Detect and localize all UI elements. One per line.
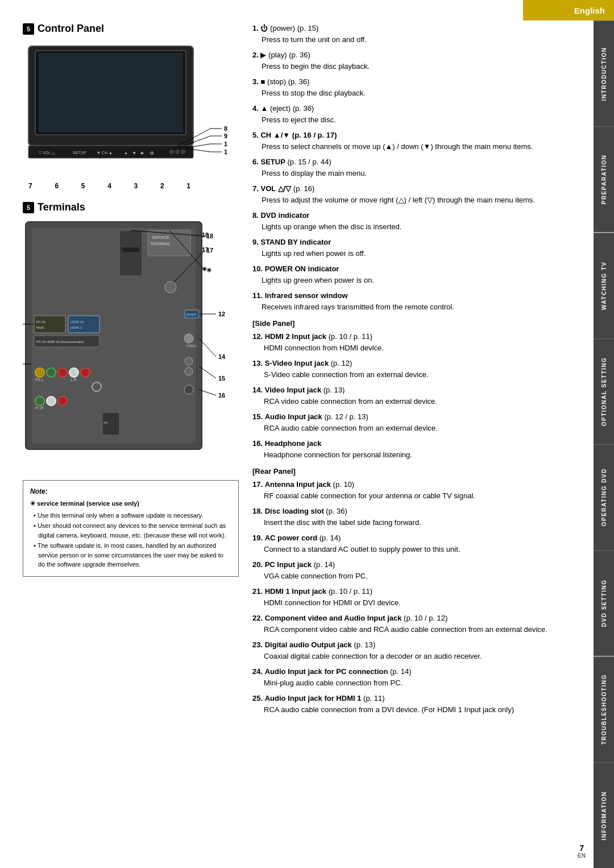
svg-text:8: 8 xyxy=(224,125,227,132)
svg-point-71 xyxy=(35,396,44,406)
svg-point-42 xyxy=(185,367,193,375)
language-label: English xyxy=(574,6,605,15)
svg-text:VIDEO: VIDEO xyxy=(186,344,197,348)
note-title: Note: xyxy=(30,486,231,497)
svg-text:Pr  R: Pr R xyxy=(35,406,43,410)
item-13: 13. S-Video Input jack (p. 12) S-Video c… xyxy=(252,358,582,380)
svg-text:L    R: L R xyxy=(70,378,77,382)
svg-point-75 xyxy=(92,382,101,391)
svg-text:10: 10 xyxy=(224,140,227,147)
side-panel-items-list: 12. HDMI 2 Input jack (p. 10 / p. 11) HD… xyxy=(252,331,582,460)
item-23: 23. Digital audio Output jack (p. 13) Co… xyxy=(252,639,582,662)
svg-point-13 xyxy=(181,150,185,154)
rear-panel-items-list: 17. Antenna Input jack (p. 10) RF coaxia… xyxy=(252,479,582,715)
note-bullet-3: • The software update is, in most cases,… xyxy=(30,541,231,569)
item-3: 3. ■ (stop) (p. 36) Press to stop the di… xyxy=(252,76,582,98)
label-4: 4 xyxy=(107,182,111,190)
svg-text:Pb  L: Pb L xyxy=(35,378,44,382)
svg-text:TERMINAL: TERMINAL xyxy=(150,242,171,246)
note-bullet-1: • Use this terminal only when a software… xyxy=(30,511,231,520)
svg-rect-59 xyxy=(68,316,99,333)
item-19: 19. AC power cord (p. 14) Connect to a s… xyxy=(252,532,582,555)
page-number: 7 xyxy=(579,844,584,853)
item-8: 8. DVD indicator Lights up orange when t… xyxy=(252,210,582,232)
svg-text:■: ■ xyxy=(133,151,135,155)
svg-point-73 xyxy=(58,396,67,406)
svg-text:✳: ✳ xyxy=(206,267,212,274)
svg-text:RGB: RGB xyxy=(36,326,44,329)
right-column: 1. ⏻ (power) (p. 15) Press to turn the u… xyxy=(252,23,582,720)
tv-diagram-svg: ▽ VOL △ SETUP ▼ CH ▲ ▲ ■ ▶ ⏻ 8 9 xyxy=(23,40,227,183)
svg-text:SERVICE: SERVICE xyxy=(152,235,169,239)
sidebar-tab-troubleshooting[interactable]: TROUBLESHOOTING xyxy=(594,656,614,762)
item-9: 9. STAND BY indicator Lights up red when… xyxy=(252,237,582,259)
svg-text:AC: AC xyxy=(103,421,109,424)
item-5: 5. CH ▲/▼ (p. 16 / p. 17) Press to selec… xyxy=(252,130,582,152)
sidebar-tab-dvd-setting[interactable]: DVD SETTING xyxy=(594,550,614,656)
control-panel-diagram: ▽ VOL △ SETUP ▼ CH ▲ ▲ ■ ▶ ⏻ 8 9 xyxy=(23,40,239,190)
callout-18: 18 xyxy=(202,232,209,238)
svg-point-68 xyxy=(69,368,78,377)
svg-text:PC IN   HDMI IN   Recommended: PC IN HDMI IN Recommended xyxy=(36,340,84,344)
svg-point-64 xyxy=(35,368,44,377)
svg-point-41 xyxy=(185,357,193,365)
label-5: 5 xyxy=(81,182,85,190)
terminals-title: Terminals xyxy=(23,201,239,213)
svg-point-72 xyxy=(47,396,56,406)
svg-text:▽ VOL △: ▽ VOL △ xyxy=(39,151,55,155)
item-4: 4. ▲ (eject) (p. 36) Press to eject the … xyxy=(252,103,582,125)
svg-point-65 xyxy=(47,368,56,377)
label-6: 6 xyxy=(55,182,59,190)
label-7: 7 xyxy=(28,182,32,190)
control-panel-title: Control Panel xyxy=(23,23,239,35)
page-suffix: EN xyxy=(578,853,586,859)
svg-point-66 xyxy=(58,368,67,377)
svg-rect-48 xyxy=(119,230,142,276)
svg-text:15: 15 xyxy=(218,375,225,382)
item-16: 16. Headphone jack Headphone connection … xyxy=(252,438,582,460)
svg-text:HDMI2: HDMI2 xyxy=(186,313,197,316)
right-sidebar: INTRODUCTION PREPARATION WATCHING TV OPT… xyxy=(594,20,614,868)
item-7: 7. VOL △/▽ (p. 16) Press to adjust the v… xyxy=(252,183,582,205)
page-number-area: 7 EN xyxy=(578,844,586,859)
sidebar-tab-optional-setting[interactable]: OPTIONAL SETTING xyxy=(594,338,614,444)
svg-rect-2 xyxy=(39,53,183,133)
svg-rect-55 xyxy=(34,316,65,333)
item-10: 10. POWER ON indicator Lights up green w… xyxy=(252,263,582,286)
sidebar-tab-introduction[interactable]: INTRODUCTION xyxy=(594,20,614,126)
sidebar-tab-watching-tv[interactable]: WATCHING TV xyxy=(594,233,614,338)
svg-point-11 xyxy=(170,150,173,154)
svg-text:SETUP: SETUP xyxy=(73,151,86,155)
label-1: 1 xyxy=(186,182,190,190)
callout-asterisk: ✳ xyxy=(202,266,207,273)
note-box: Note: ✳ service terminal (service use on… xyxy=(23,480,239,577)
svg-point-37 xyxy=(184,334,193,343)
sidebar-tab-information[interactable]: INFORMATION xyxy=(594,762,614,868)
label-2: 2 xyxy=(160,182,164,190)
rear-panel-title: [Rear Panel] xyxy=(252,467,582,476)
svg-text:11: 11 xyxy=(224,148,227,155)
sidebar-tab-operating-dvd[interactable]: OPERATING DVD xyxy=(594,444,614,550)
sidebar-tab-preparation[interactable]: PREPARATION xyxy=(594,126,614,232)
svg-text:⏻: ⏻ xyxy=(150,151,154,155)
item-15: 15. Audio Input jack (p. 12 / p. 13) RCA… xyxy=(252,411,582,433)
note-bullet-2: • User should not connect any devices to… xyxy=(30,521,231,540)
svg-point-12 xyxy=(176,150,179,154)
item-14: 14. Video Input jack (p. 13) RCA video c… xyxy=(252,385,582,407)
svg-text:9: 9 xyxy=(224,133,227,139)
item-12: 12. HDMI 2 Input jack (p. 10 / p. 11) HD… xyxy=(252,331,582,353)
svg-text:HDMI IN: HDMI IN xyxy=(70,320,84,324)
svg-rect-49 xyxy=(122,247,139,252)
svg-point-45 xyxy=(184,385,193,394)
item-6: 6. SETUP (p. 15 / p. 44) Press to displa… xyxy=(252,156,582,179)
terminals-svg: SERVICE TERMINAL ✳ HDMI2 12 VIDEO xyxy=(23,219,227,469)
svg-text:▼ CH ▲: ▼ CH ▲ xyxy=(97,151,113,155)
item-20: 20. PC Input jack (p. 14) VGA cable conn… xyxy=(252,559,582,581)
item-11: 11. Infrared sensor window Receives infr… xyxy=(252,290,582,312)
side-panel-title: [Side Panel] xyxy=(252,319,582,328)
svg-text:14: 14 xyxy=(218,353,226,360)
item-24: 24. Audio Input jack for PC connection (… xyxy=(252,666,582,688)
callout-17: 17 xyxy=(202,246,209,253)
item-25: 25. Audio Input jack for HDMI 1 (p. 11) … xyxy=(252,693,582,715)
svg-text:16: 16 xyxy=(218,392,225,399)
